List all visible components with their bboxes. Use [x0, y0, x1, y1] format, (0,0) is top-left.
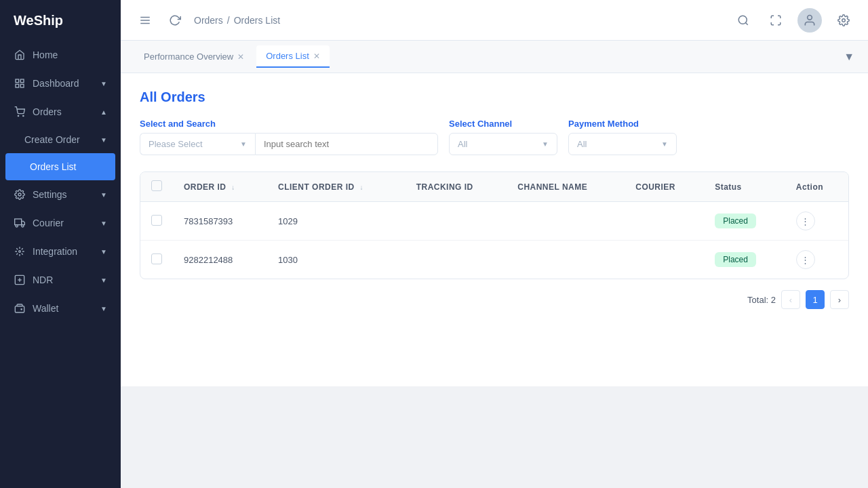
row2-channel-name	[507, 241, 625, 279]
order-id-sort-icon: ↓	[231, 184, 235, 191]
row1-action: ⋮	[785, 202, 848, 241]
tab-orders-list-close[interactable]: ✕	[313, 52, 320, 61]
pagination-next-button[interactable]: ›	[830, 290, 849, 309]
orders-chevron-icon: ▲	[100, 108, 107, 116]
sidebar-item-home-label: Home	[33, 49, 58, 60]
sidebar-item-home[interactable]: Home	[0, 41, 121, 69]
payment-dropdown[interactable]: All ▼	[568, 133, 677, 155]
integration-icon	[14, 245, 26, 258]
orders-table-wrapper: ORDER ID ↓ CLIENT ORDER ID ↓ TRACKING ID…	[140, 171, 849, 279]
dashboard-chevron-icon: ▼	[100, 80, 107, 87]
sidebar-item-orders[interactable]: Orders ▲	[0, 98, 121, 126]
settings-icon	[14, 188, 26, 201]
th-order-id[interactable]: ORDER ID ↓	[173, 172, 267, 202]
tabs-bar: Performance Overview ✕ Orders List ✕ ▼	[121, 41, 868, 73]
svg-rect-7	[15, 219, 22, 225]
pagination-page-1-button[interactable]: 1	[806, 290, 825, 309]
fullscreen-button[interactable]	[765, 9, 787, 31]
menu-toggle-button[interactable]	[134, 9, 156, 31]
sidebar-item-ndr[interactable]: NDR ▼	[0, 266, 121, 294]
home-icon	[14, 49, 26, 61]
please-select-dropdown[interactable]: Please Select ▼	[140, 133, 255, 155]
row2-status: Placed	[704, 241, 785, 279]
sidebar-item-settings[interactable]: Settings ▼	[0, 180, 121, 209]
header-right	[732, 8, 854, 33]
payment-filter-group: Payment Method All ▼	[568, 119, 677, 155]
th-client-order-id-label: CLIENT ORDER ID	[278, 182, 355, 192]
row1-status-badge: Placed	[715, 214, 756, 228]
th-order-id-label: ORDER ID	[184, 182, 226, 192]
pagination-prev-button[interactable]: ‹	[781, 290, 800, 309]
sidebar-item-integration-label: Integration	[33, 246, 77, 257]
tab-performance-overview[interactable]: Performance Overview ✕	[134, 45, 254, 68]
breadcrumb-parent[interactable]: Orders	[194, 15, 223, 26]
svg-point-6	[18, 193, 21, 196]
sidebar: WeShip Home Dashboard ▼	[0, 0, 121, 488]
sidebar-item-dashboard[interactable]: Dashboard ▼	[0, 69, 121, 98]
channel-filter-group: Select Channel All ▼	[449, 119, 557, 155]
select-all-checkbox[interactable]	[151, 180, 162, 191]
row2-action-button[interactable]: ⋮	[796, 250, 815, 269]
ndr-chevron-icon: ▼	[100, 277, 107, 284]
row2-action: ⋮	[785, 241, 848, 279]
row1-client-order-id: 1029	[267, 202, 406, 241]
row1-checkbox[interactable]	[151, 215, 162, 226]
select-search-label: Select and Search	[140, 119, 438, 129]
channel-dropdown[interactable]: All ▼	[449, 133, 557, 155]
sidebar-item-orders-list-label: Orders List	[30, 161, 76, 172]
svg-point-5	[23, 115, 24, 116]
svg-point-15	[21, 309, 22, 310]
svg-point-19	[738, 16, 747, 24]
th-tracking-id-label: TRACKING ID	[416, 182, 473, 192]
channel-value: All	[458, 139, 467, 149]
sidebar-item-create-order[interactable]: Create Order ▼	[0, 126, 121, 153]
svg-point-4	[18, 115, 18, 116]
row1-status: Placed	[704, 202, 785, 241]
sidebar-item-orders-list[interactable]: Orders List	[5, 153, 115, 180]
tab-orders-list[interactable]: Orders List ✕	[256, 45, 330, 68]
row2-order-id: 9282212488	[173, 241, 267, 279]
svg-point-10	[22, 225, 24, 227]
sidebar-item-courier[interactable]: Courier ▼	[0, 209, 121, 237]
svg-point-9	[16, 225, 18, 227]
breadcrumb: Orders / Orders List	[194, 15, 280, 26]
breadcrumb-separator: /	[227, 15, 230, 26]
user-avatar[interactable]	[797, 8, 822, 33]
total-count-label: Total: 2	[747, 295, 776, 305]
row2-tracking-id	[406, 241, 507, 279]
row2-client-order-id: 1030	[267, 241, 406, 279]
row2-courier	[625, 241, 704, 279]
sidebar-item-integration[interactable]: Integration ▼	[0, 237, 121, 266]
sidebar-nav: Home Dashboard ▼ Orders ▲ Creat	[0, 41, 121, 488]
th-client-order-id[interactable]: CLIENT ORDER ID ↓	[267, 172, 406, 202]
courier-chevron-icon: ▼	[100, 220, 107, 227]
row1-checkbox-cell	[140, 202, 173, 241]
settings-button[interactable]	[833, 9, 854, 31]
tab-orders-list-label: Orders List	[266, 51, 309, 61]
search-button[interactable]	[732, 9, 754, 31]
tab-performance-overview-close[interactable]: ✕	[237, 52, 244, 62]
tabs-overflow-chevron[interactable]: ▼	[844, 51, 854, 63]
th-courier: COURIER	[625, 172, 704, 202]
svg-rect-3	[20, 84, 24, 87]
sidebar-item-dashboard-label: Dashboard	[33, 78, 79, 89]
sidebar-item-wallet[interactable]: Wallet ▼	[0, 294, 121, 323]
tabs-list: Performance Overview ✕ Orders List ✕	[134, 45, 330, 68]
search-input[interactable]	[255, 133, 438, 155]
row1-action-button[interactable]: ⋮	[796, 211, 815, 230]
row2-checkbox[interactable]	[151, 253, 162, 264]
sidebar-item-courier-label: Courier	[33, 218, 64, 228]
th-action: Action	[785, 172, 848, 202]
row2-status-badge: Placed	[715, 252, 756, 267]
select-search-filter-group: Select and Search Please Select ▼	[140, 119, 438, 155]
page-content: All Orders Select and Search Please Sele…	[121, 73, 868, 386]
payment-label: Payment Method	[568, 119, 677, 129]
svg-marker-8	[22, 221, 25, 224]
refresh-button[interactable]	[164, 9, 186, 31]
create-order-chevron-icon: ▼	[100, 136, 107, 144]
th-courier-label: COURIER	[635, 182, 675, 192]
please-select-value: Please Select	[149, 139, 203, 149]
tab-performance-overview-label: Performance Overview	[144, 52, 233, 62]
th-channel-name-label: CHANNEL NAME	[517, 182, 587, 192]
svg-rect-1	[20, 79, 24, 83]
